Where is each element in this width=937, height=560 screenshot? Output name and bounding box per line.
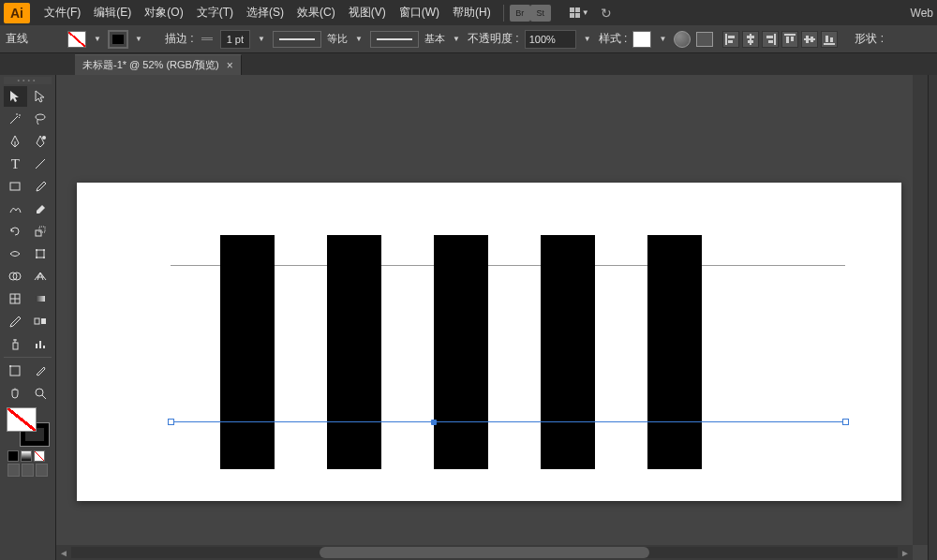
menu-file[interactable]: 文件(F)	[37, 0, 87, 25]
black-rectangle-1[interactable]	[220, 235, 275, 469]
draw-behind[interactable]	[22, 464, 34, 477]
black-rectangle-3[interactable]	[434, 235, 488, 469]
type-tool[interactable]: T	[4, 154, 27, 174]
black-rectangle-5[interactable]	[647, 235, 702, 469]
stock-button[interactable]: St	[530, 5, 551, 22]
draw-inside[interactable]	[36, 464, 48, 477]
direct-selection-tool[interactable]	[29, 86, 52, 107]
stroke-stepper[interactable]	[201, 32, 213, 47]
blend-tool[interactable]	[29, 311, 52, 332]
color-none[interactable]	[34, 450, 45, 462]
opacity-field[interactable]: 100%	[525, 30, 576, 49]
artboard-tool[interactable]	[4, 361, 27, 381]
menu-select[interactable]: 选择(S)	[240, 0, 290, 25]
scale-tool[interactable]	[29, 221, 52, 242]
tool-panel-handle[interactable]: ••••	[4, 77, 52, 84]
fill-box[interactable]	[7, 407, 37, 432]
canvas-area[interactable]: ◄ ►	[56, 75, 928, 560]
shape-builder-tool[interactable]	[4, 266, 27, 287]
draw-normal[interactable]	[7, 464, 20, 477]
curvature-tool[interactable]	[29, 131, 52, 152]
scroll-track[interactable]	[71, 547, 898, 558]
perspective-grid-tool[interactable]	[29, 266, 52, 287]
selection-handle-right[interactable]	[842, 419, 849, 425]
align-bottom-button[interactable]	[821, 31, 838, 48]
brush-def-field[interactable]	[370, 31, 419, 48]
tab-close-button[interactable]: ×	[227, 59, 233, 72]
document-tab[interactable]: 未标题-1* @ 52% (RGB/预览) ×	[75, 54, 242, 75]
align-hcenter-button[interactable]	[742, 31, 759, 48]
brush-def-dropdown-icon[interactable]: ▼	[451, 31, 462, 48]
selection-anchor-center[interactable]	[431, 420, 437, 425]
menu-view[interactable]: 视图(V)	[342, 0, 393, 25]
menu-object[interactable]: 对象(O)	[138, 0, 189, 25]
mesh-tool[interactable]	[4, 288, 27, 309]
tool-panel: •••• T	[0, 75, 56, 560]
menu-help[interactable]: 帮助(H)	[446, 0, 498, 25]
svg-rect-3	[750, 34, 751, 45]
selected-line-path[interactable]	[171, 421, 845, 422]
width-profile-field[interactable]	[273, 31, 321, 48]
color-gradient[interactable]	[21, 450, 32, 462]
align-right-button[interactable]	[762, 31, 779, 48]
svg-rect-41	[10, 366, 20, 376]
stroke-weight-dropdown-icon[interactable]: ▼	[256, 31, 267, 48]
selection-tool[interactable]	[4, 86, 27, 107]
menu-effect[interactable]: 效果(C)	[290, 0, 342, 25]
line-tool[interactable]	[29, 154, 52, 174]
eyedropper-tool[interactable]	[4, 311, 27, 332]
scroll-right-icon[interactable]: ►	[898, 545, 913, 560]
width-profile-label: 等比	[327, 32, 348, 46]
workspace-switcher[interactable]: Web	[911, 7, 933, 20]
slice-tool[interactable]	[29, 361, 52, 381]
artboard[interactable]	[77, 183, 901, 501]
menu-type[interactable]: 文字(T)	[190, 0, 240, 25]
stroke-dropdown-icon[interactable]: ▼	[133, 31, 144, 48]
black-rectangle-4[interactable]	[541, 235, 595, 469]
panel-dock[interactable]	[928, 75, 937, 560]
menu-edit[interactable]: 编辑(E)	[87, 0, 138, 25]
doc-setup-button[interactable]	[696, 32, 713, 47]
gradient-tool[interactable]	[29, 288, 52, 309]
hand-tool[interactable]	[4, 383, 27, 404]
rotate-tool[interactable]	[4, 221, 27, 242]
shaper-tool[interactable]	[4, 199, 27, 219]
menu-window[interactable]: 窗口(W)	[393, 0, 446, 25]
eraser-tool[interactable]	[29, 199, 52, 219]
free-transform-tool[interactable]	[29, 243, 52, 264]
pen-tool[interactable]	[4, 131, 27, 152]
width-tool[interactable]	[4, 243, 27, 264]
stroke-swatch[interactable]	[109, 31, 127, 48]
style-swatch[interactable]	[632, 31, 651, 48]
selection-handle-left[interactable]	[168, 419, 174, 425]
fill-stroke-indicator[interactable]	[5, 407, 52, 447]
symbol-sprayer-tool[interactable]	[4, 333, 27, 354]
gpu-preview-icon[interactable]: ↻	[601, 6, 612, 21]
align-top-button[interactable]	[781, 31, 798, 48]
stroke-weight-field[interactable]: 1 pt	[220, 30, 250, 49]
horizontal-scrollbar[interactable]: ◄ ►	[56, 545, 913, 560]
fill-dropdown-icon[interactable]: ▼	[92, 31, 103, 48]
align-left-button[interactable]	[722, 31, 739, 48]
opacity-dropdown-icon[interactable]: ▼	[582, 31, 593, 48]
width-profile-dropdown-icon[interactable]: ▼	[353, 31, 364, 48]
vertical-scrollbar[interactable]	[913, 75, 928, 545]
lasso-tool[interactable]	[29, 109, 52, 129]
fill-swatch[interactable]	[67, 31, 86, 48]
column-graph-tool[interactable]	[29, 333, 52, 354]
paintbrush-tool[interactable]	[29, 176, 52, 197]
arrange-dropdown-icon[interactable]: ▼	[580, 5, 591, 22]
black-rectangle-2[interactable]	[327, 235, 381, 469]
magic-wand-tool[interactable]	[4, 109, 27, 129]
recolor-button[interactable]	[674, 31, 691, 48]
zoom-tool[interactable]	[29, 383, 52, 404]
bridge-button[interactable]: Br	[510, 5, 530, 22]
align-vcenter-button[interactable]	[801, 31, 818, 48]
style-dropdown-icon[interactable]: ▼	[657, 31, 668, 48]
arrange-docs-button[interactable]	[570, 7, 580, 18]
color-solid[interactable]	[7, 450, 19, 462]
style-label: 样式 :	[599, 31, 628, 47]
scroll-thumb[interactable]	[320, 547, 650, 558]
scroll-left-icon[interactable]: ◄	[56, 545, 71, 560]
rectangle-tool[interactable]	[4, 176, 27, 197]
